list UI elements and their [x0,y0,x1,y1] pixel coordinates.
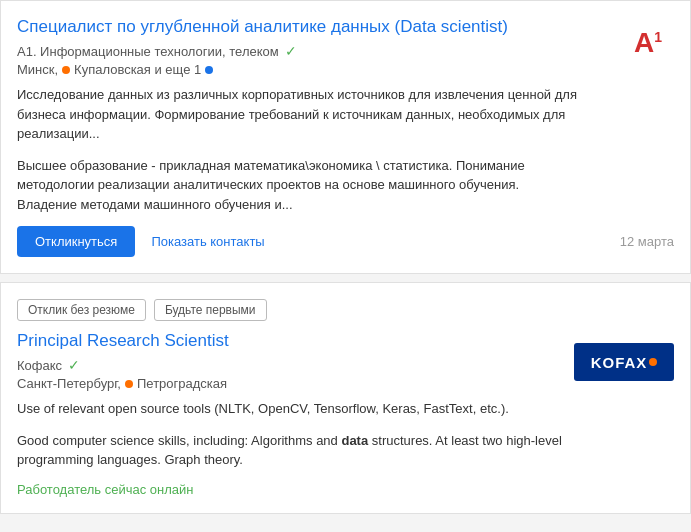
metro-dot-1 [62,66,70,74]
tag-row: Отклик без резюме Будьте первыми [17,299,674,321]
date-1: 12 марта [620,234,674,249]
company-row-1: А1. Информационные технологии, телеком ✓ [17,43,674,59]
employer-online: Работодатель сейчас онлайн [17,482,674,497]
city-1: Минск, [17,62,58,77]
desc-2b-bold: data [341,433,368,448]
company-name-2: Кофакс [17,358,62,373]
logo-kofax: KOFAX [574,343,674,381]
city-2: Санкт-Петербург, [17,376,121,391]
metro-dot-2 [205,66,213,74]
desc-2b-text1: Good computer science skills, including:… [17,433,341,448]
job-title-1[interactable]: Специалист по углубленной аналитике данн… [17,17,674,37]
description-1a: Исследование данных из различных корпора… [17,85,577,144]
metro-2: Петроградская [137,376,227,391]
description-2b: Good computer science skills, including:… [17,431,577,470]
card-footer-1: Откликнуться Показать контакты 12 марта [17,226,674,257]
metro-1: Купаловская и еще 1 [74,62,201,77]
location-row-1: Минск, Купаловская и еще 1 [17,62,674,77]
logo-a1-text: А1 [634,27,662,59]
apply-button-1[interactable]: Откликнуться [17,226,135,257]
contacts-button-1[interactable]: Показать контакты [151,234,264,249]
description-1b: Высшее образование - прикладная математи… [17,156,577,215]
logo-kofax-text: KOFAX [591,354,648,371]
tag-be-first: Будьте первыми [154,299,267,321]
job-card-2: Отклик без резюме Будьте первыми Princip… [0,282,691,514]
company-name-1: А1. Информационные технологии, телеком [17,44,279,59]
description-2a: Use of relevant open source tools (NLTK,… [17,399,577,419]
logo-a1: А1 [622,17,674,69]
job-card-1: Специалист по углубленной аналитике данн… [0,0,691,274]
metro-dot-3 [125,380,133,388]
verified-icon-2: ✓ [68,357,80,373]
tag-no-resume: Отклик без резюме [17,299,146,321]
verified-icon-1: ✓ [285,43,297,59]
logo-kofax-dot [649,358,657,366]
